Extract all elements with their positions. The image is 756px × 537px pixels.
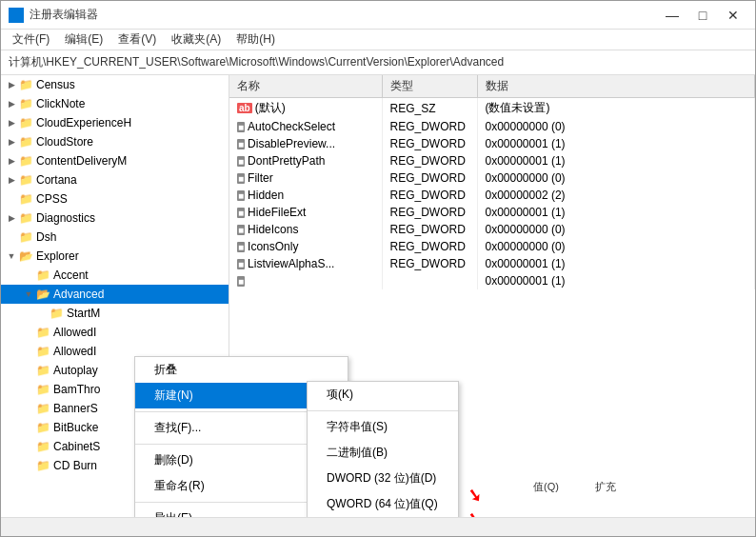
arrow-spacer: ▶ [22,328,35,337]
tree-item-contentdelivery[interactable]: ▶ 📁 ContentDeliveryM [1,151,229,170]
submenu-sep1 [308,410,458,411]
tree-item-cortana[interactable]: ▶ 📁 Cortana [1,170,229,189]
menu-file[interactable]: 文件(F) [5,30,57,50]
tree-item-clicknote[interactable]: ▶ 📁 ClickNote [1,94,229,113]
cell-data: 0x00000000 (0) [477,118,755,135]
arrow-spacer: ▶ [22,366,35,375]
cell-type: REG_DWORD [382,118,477,135]
partial-text-2: 扩充 [591,478,620,496]
folder-icon: 📁 [18,191,33,207]
tree-item-cloudstore[interactable]: ▶ 📁 CloudStore [1,132,229,151]
table-row[interactable]: ■FilterREG_DWORD0x00000000 (0) [229,169,755,187]
table-row[interactable]: ■DontPrettyPathREG_DWORD0x00000001 (1) [229,152,755,169]
arrow-spacer: ▶ [35,308,49,318]
cell-data: 0x00000000 (0) [477,238,755,255]
tree-item-cpss[interactable]: ▶ 📁 CPSS [1,189,229,209]
arrow-spacer: ▶ [22,404,35,413]
menu-view[interactable]: 查看(V) [110,30,164,50]
folder-icon: 📁 [35,401,50,416]
tree-item-startm[interactable]: ▶ 📁 StartM [1,304,229,323]
menu-edit[interactable]: 编辑(E) [57,30,110,50]
tree-label: AllowedI [53,345,96,358]
table-row[interactable]: ■DisablePreview...REG_DWORD0x00000001 (1… [229,135,755,152]
table-row[interactable]: ■HideIconsREG_DWORD0x00000000 (0) [229,221,755,238]
cell-type: REG_SZ [382,98,477,119]
cell-name: ■ [229,272,382,289]
tree-label: ContentDeliveryM [36,154,127,168]
tree-label: AllowedI [53,326,96,339]
table-row[interactable]: ■ListviewAlphaS...REG_DWORD0x00000001 (1… [229,255,755,272]
tree-item-cloudexperience[interactable]: ▶ 📁 CloudExperienceH [1,113,229,132]
folder-icon: 📁 [35,420,50,435]
tree-label: BamThro [53,383,100,396]
status-bar [1,517,755,536]
table-row[interactable]: ab(默认)REG_SZ(数值未设置) [229,98,755,119]
cell-type: REG_DWORD [382,135,477,152]
folder-icon: 📁 [35,344,50,359]
submenu-qword[interactable]: QWORD (64 位)值(Q) [308,491,458,517]
table-row[interactable]: ■AutoCheckSelectREG_DWORD0x00000000 (0) [229,118,755,135]
tree-item-allowedi1[interactable]: ▶ 📁 AllowedI [1,323,229,342]
tree-item-dsh[interactable]: ▶ 📁 Dsh [1,228,229,247]
table-row[interactable]: ■0x00000001 (1) [229,272,755,289]
menu-favorites[interactable]: 收藏夹(A) [164,30,229,50]
submenu-key[interactable]: 项(K) [308,382,458,408]
cell-data: 0x00000001 (1) [477,135,755,152]
maximize-button[interactable]: □ [688,5,717,26]
cell-data: 0x00000002 (2) [477,187,755,204]
tree-item-explorer[interactable]: ▼ 📂 Explorer [1,247,229,266]
svg-rect-1 [17,8,24,14]
address-bar: 计算机\HKEY_CURRENT_USER\Software\Microsoft… [1,50,755,75]
cell-type: REG_DWORD [382,187,477,204]
folder-icon: 📁 [35,325,50,340]
cell-name: ■Hidden [229,187,382,204]
folder-icon: 📁 [35,363,50,378]
tree-item-diagnostics[interactable]: ▶ 📁 Diagnostics [1,209,229,228]
cell-type: REG_DWORD [382,238,477,255]
tree-label: Dsh [36,230,56,244]
tree-label: BitBucke [53,421,98,434]
arrow-icon: ▶ [5,99,18,109]
tree-item-accent[interactable]: ▶ 📁 Accent [1,266,229,285]
table-row[interactable]: ■IconsOnlyREG_DWORD0x00000000 (0) [229,238,755,255]
cell-name: ab(默认) [229,98,382,119]
submenu-string[interactable]: 字符串值(S) [308,414,458,440]
arrow-spacer: ▶ [22,347,35,356]
close-button[interactable]: ✕ [719,5,747,26]
menu-help[interactable]: 帮助(H) [229,30,283,50]
arrow-icon: ▶ [5,80,18,90]
arrow-icon: ▶ [5,213,18,223]
cell-name: ■DisablePreview... [229,135,382,152]
svg-rect-3 [17,16,24,23]
folder-icon: 📁 [18,77,33,92]
table-row[interactable]: ■HiddenREG_DWORD0x00000002 (2) [229,187,755,204]
arrow-icon: ▶ [5,175,18,185]
arrow-spacer: ▶ [22,270,35,280]
col-data: 数据 [477,75,755,98]
cell-name: ■HideFileExt [229,204,382,221]
arrow-spacer: ▶ [22,461,35,470]
arrow-icon: ▶ [5,156,18,166]
ctx-collapse[interactable]: 折叠 [135,357,348,383]
tree-item-advanced[interactable]: ▼ 📂 Advanced [1,285,229,304]
submenu-binary[interactable]: 二进制值(B) [308,440,458,466]
folder-icon: 📁 [35,439,50,454]
folder-open-icon: 📂 [18,249,33,264]
cell-data: 0x00000000 (0) [477,169,755,187]
tree-label: Census [36,78,75,91]
svg-rect-2 [9,16,15,23]
cell-data: 0x00000001 (1) [477,272,755,289]
window-title: 注册表编辑器 [30,7,658,23]
cell-type: REG_DWORD [382,152,477,169]
tree-label: Explorer [36,249,79,263]
folder-icon: 📁 [49,306,64,321]
cell-type: REG_DWORD [382,255,477,272]
table-row[interactable]: ■HideFileExtREG_DWORD0x00000001 (1) [229,204,755,221]
window-controls: — □ ✕ [658,5,747,26]
folder-icon: 📁 [18,115,33,130]
submenu-dword[interactable]: DWORD (32 位)值(D) [308,466,458,491]
minimize-button[interactable]: — [658,5,686,26]
arrow-spacer: ▶ [22,423,35,432]
col-name: 名称 [229,75,382,98]
tree-item-census[interactable]: ▶ 📁 Census [1,75,229,94]
